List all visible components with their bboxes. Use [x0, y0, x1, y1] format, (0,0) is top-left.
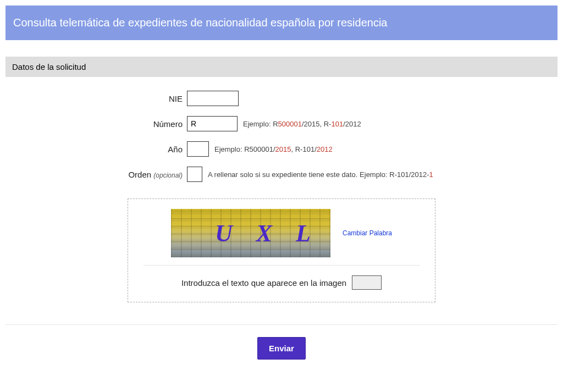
captcha-top: U X L Cambiar Palabra	[143, 206, 420, 265]
label-ano: Año	[16, 145, 187, 154]
captcha-divider	[143, 265, 420, 266]
request-form: NIE Número Ejemplo: R500001/2015, R-101/…	[5, 91, 558, 302]
numero-input[interactable]	[187, 116, 238, 131]
page-title: Consulta telemática de expedientes de na…	[13, 16, 387, 29]
row-orden: Orden (opcional) A rellenar solo si su e…	[16, 167, 547, 182]
label-numero: Número	[16, 119, 187, 129]
label-orden: Orden (opcional)	[16, 170, 187, 179]
nie-input[interactable]	[187, 91, 239, 106]
form-divider	[5, 324, 558, 325]
captcha-input-row: Introduzca el texto que aparece en la im…	[143, 275, 420, 290]
captcha-input[interactable]	[352, 275, 382, 290]
captcha-image: U X L	[171, 209, 330, 257]
hint-ano: Ejemplo: R500001/2015, R-101/2012	[214, 145, 333, 153]
hint-orden: A rellenar solo si su expediente tiene e…	[208, 170, 433, 179]
captcha-panel: U X L Cambiar Palabra Introduzca el text…	[128, 198, 435, 302]
ano-input[interactable]	[187, 141, 209, 157]
captcha-change-link[interactable]: Cambiar Palabra	[343, 229, 392, 237]
row-ano: Año Ejemplo: R500001/2015, R-101/2012	[16, 141, 547, 157]
label-nie: NIE	[16, 94, 187, 103]
captcha-input-label: Introduzca el texto que aparece en la im…	[181, 278, 346, 288]
section-title: Datos de la solicitud	[12, 62, 86, 71]
section-header: Datos de la solicitud	[5, 57, 558, 77]
row-numero: Número Ejemplo: R500001/2015, R-101/2012	[16, 116, 547, 131]
submit-button[interactable]: Enviar	[257, 337, 306, 360]
captcha-text: U X L	[182, 219, 319, 247]
submit-row: Enviar	[5, 337, 558, 360]
orden-input[interactable]	[187, 167, 202, 182]
page-header: Consulta telemática de expedientes de na…	[5, 5, 558, 40]
hint-numero: Ejemplo: R500001/2015, R-101/2012	[243, 120, 361, 128]
row-nie: NIE	[16, 91, 547, 106]
